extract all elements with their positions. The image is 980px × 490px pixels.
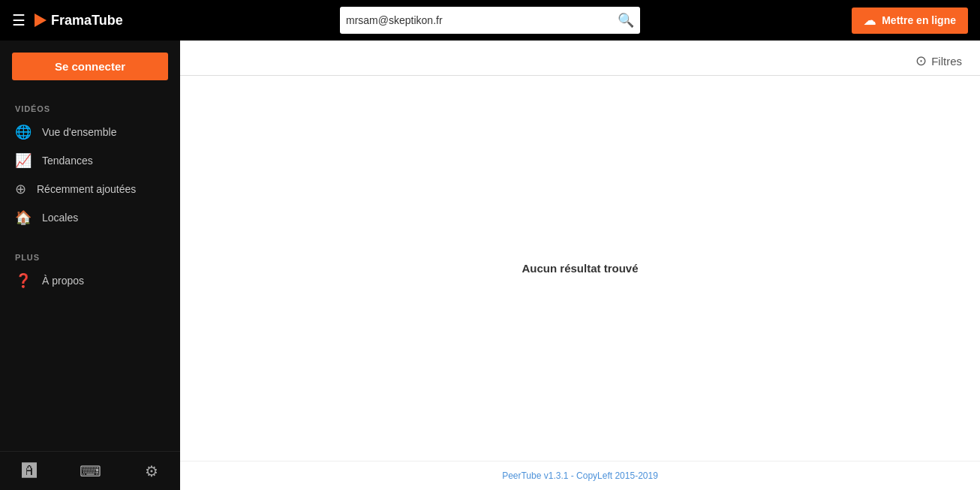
question-circle-icon: ❓ [15,274,32,287]
filter-icon: ⊙ [915,53,927,69]
keyboard-icon[interactable]: ⌨ [80,462,101,480]
globe-icon: 🌐 [15,125,32,139]
sidebar-label-tendances: Tendances [42,155,93,167]
settings-icon[interactable]: ⚙ [145,462,158,480]
sidebar-label-a-propos: À propos [42,275,84,287]
upload-icon: ☁ [864,14,876,28]
header-right: ☁ Mettre en ligne [818,8,968,34]
sidebar-item-recemment-ajoutees[interactable]: ⊕ Récemment ajoutées [0,175,180,203]
sidebar-item-tendances[interactable]: 📈 Tendances [0,146,180,175]
home-icon: 🏠 [15,211,32,224]
header-left: ☰ FramaTube [12,11,162,29]
upload-label: Mettre en ligne [882,14,956,26]
sidebar-label-recemment-ajoutees: Récemment ajoutées [37,183,136,195]
sidebar-item-a-propos[interactable]: ❓ À propos [0,266,180,295]
body-container: Se connecter Vidéos 🌐 Vue d'ensemble 📈 T… [0,41,980,490]
main-toolbar: ⊙ Filtres [180,41,980,76]
sidebar-label-vue-densemble: Vue d'ensemble [42,126,116,138]
sidebar-bottom: 🅰 ⌨ ⚙ [0,451,180,490]
plus-section-label: Plus [0,241,180,266]
language-icon[interactable]: 🅰 [22,462,37,479]
connect-button[interactable]: Se connecter [12,53,168,80]
logo-triangle-icon [35,14,47,27]
header-search: 🔍 [162,7,818,34]
search-input[interactable] [346,14,618,26]
no-result-text: Aucun résultat trouvé [522,262,638,275]
logo-area[interactable]: FramaTube [35,13,123,29]
plus-circle-icon: ⊕ [15,182,26,196]
sidebar: Se connecter Vidéos 🌐 Vue d'ensemble 📈 T… [0,41,180,490]
filter-label: Filtres [931,55,962,68]
main-body: Aucun résultat trouvé [180,76,980,461]
search-container: 🔍 [340,7,640,34]
trending-icon: 📈 [15,154,32,167]
sidebar-item-locales[interactable]: 🏠 Locales [0,203,180,232]
search-icon[interactable]: 🔍 [618,12,634,29]
sidebar-label-locales: Locales [42,212,78,224]
menu-icon[interactable]: ☰ [12,11,26,29]
footer-link[interactable]: PeerTube v1.3.1 - CopyLeft 2015-2019 [502,470,658,481]
header: ☰ FramaTube 🔍 ☁ Mettre en ligne [0,0,980,41]
main-content: ⊙ Filtres Aucun résultat trouvé PeerTube… [180,41,980,490]
footer: PeerTube v1.3.1 - CopyLeft 2015-2019 [180,461,980,490]
logo-text: FramaTube [51,13,123,29]
upload-button[interactable]: ☁ Mettre en ligne [852,8,968,34]
videos-section-label: Vidéos [0,92,180,118]
sidebar-item-vue-densemble[interactable]: 🌐 Vue d'ensemble [0,118,180,146]
filter-button[interactable]: ⊙ Filtres [915,53,962,69]
